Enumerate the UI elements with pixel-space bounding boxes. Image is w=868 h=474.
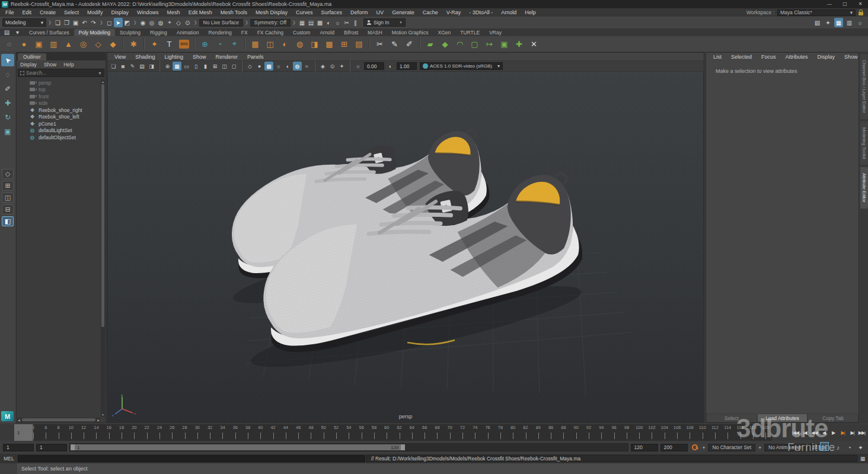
shelf-tab-arnold[interactable]: Arnold — [315, 29, 339, 36]
move-tool[interactable]: ✚ — [1, 97, 14, 109]
shelf-tab-fx-caching[interactable]: FX Caching — [253, 29, 288, 36]
lock-icon[interactable] — [859, 12, 863, 15]
undo-icon[interactable]: ↶ — [80, 18, 89, 27]
time-tick[interactable]: 76 — [481, 424, 494, 441]
save-scene-icon[interactable]: ▣ — [71, 18, 80, 27]
shelf-tab-animation[interactable]: Animation — [172, 29, 204, 36]
viewport-menu-panels[interactable]: Panels — [242, 54, 269, 60]
make-live-icon[interactable]: ⊙ — [183, 18, 192, 27]
time-tick[interactable]: 112 — [709, 424, 721, 441]
menu-curves[interactable]: Curves — [292, 9, 317, 15]
shelf-tab-custom[interactable]: Custom — [288, 29, 315, 36]
shadows-icon[interactable]: ◐ — [283, 62, 292, 71]
lasso-select-tool[interactable]: ◌ — [1, 68, 14, 81]
textured-icon[interactable]: ▩ — [264, 62, 273, 71]
paint-select-tool[interactable]: ✐ — [1, 82, 14, 95]
outliner-item[interactable]: ❖Reebok_shoe_right — [17, 107, 100, 114]
live-surface-field[interactable]: No Live Surface — [199, 19, 243, 27]
reduce-icon[interactable]: ▤ — [352, 37, 366, 51]
shelf-tab-bifrost[interactable]: Bifrost — [339, 29, 363, 36]
ae-menu-focus[interactable]: Focus — [757, 54, 781, 60]
isolate-select-icon[interactable]: ⊙ — [328, 62, 337, 71]
menu--3dtoall-[interactable]: - 3DtoAll - — [465, 9, 497, 15]
time-tick[interactable]: 24 — [153, 424, 165, 441]
time-tick[interactable]: 22 — [141, 424, 153, 441]
shelf-tab-rendering[interactable]: Rendering — [204, 29, 237, 36]
time-tick[interactable]: 66 — [419, 424, 431, 441]
time-tick[interactable]: 64 — [406, 424, 418, 441]
time-tick[interactable]: 108 — [684, 424, 696, 441]
step-back-frame-button[interactable]: |◀ — [800, 428, 809, 437]
time-tick[interactable]: 88 — [557, 424, 570, 441]
chevron-down-icon[interactable]: ▼ — [702, 446, 706, 450]
outliner-item[interactable]: side — [17, 100, 100, 107]
scroll-down-icon[interactable]: ▼ — [101, 413, 105, 417]
time-slider[interactable]: 2468101214161820222426283032343638404244… — [0, 424, 868, 441]
time-tick[interactable]: 96 — [608, 424, 620, 441]
ipr-render-icon[interactable]: ☼ — [333, 18, 342, 27]
sign-in-button[interactable]: Sign In ▾ — [363, 18, 406, 27]
rotate-tool[interactable]: ↻ — [1, 111, 14, 123]
script-editor-icon[interactable]: ▦ — [857, 456, 868, 462]
motion-blur-icon[interactable]: ≈ — [302, 62, 311, 71]
2d-pan-zoom-icon[interactable]: ⊕ — [163, 62, 172, 71]
select-button[interactable]: Select — [707, 414, 757, 422]
select-tool[interactable]: ➤ — [1, 54, 14, 66]
time-tick[interactable]: 42 — [267, 424, 279, 441]
select-hierarchy-icon[interactable]: ◻ — [105, 18, 114, 27]
menu-display[interactable]: Display — [107, 9, 133, 15]
combine-icon[interactable]: ▦ — [248, 37, 263, 51]
shelf-tab-fx[interactable]: FX — [237, 29, 253, 36]
super-shape-icon[interactable]: ✱ — [126, 37, 141, 51]
poly-cone-icon[interactable]: ▲ — [61, 37, 76, 51]
two-pane-side-layout-button[interactable]: ◫ — [2, 193, 14, 203]
time-tick[interactable]: 60 — [381, 424, 393, 441]
append-polygon-icon[interactable]: ↦ — [482, 37, 497, 51]
time-tick[interactable]: 70 — [443, 424, 456, 441]
outliner-horizontal-scrollbar[interactable]: ◀ ▶ — [17, 418, 100, 422]
speaker-icon[interactable]: ♪ — [834, 443, 843, 452]
group-grip[interactable]: ❯ — [46, 20, 53, 25]
time-tick[interactable]: 56 — [355, 424, 368, 441]
time-tick[interactable]: 6 — [40, 424, 52, 441]
time-tick[interactable]: 78 — [494, 424, 506, 441]
step-forward-frame-button[interactable]: ▶| — [848, 428, 857, 437]
multi-cut-icon[interactable]: ✂ — [372, 37, 387, 51]
create-polygon-icon[interactable]: ✐ — [402, 37, 417, 51]
scale-tool[interactable]: ▣ — [1, 125, 14, 137]
group-grip[interactable]: ❯ — [98, 20, 105, 25]
lighting-icon[interactable]: ☼ — [274, 62, 283, 71]
time-tick[interactable]: 28 — [178, 424, 191, 441]
outliner-persp-layout-button[interactable]: ◧ — [2, 216, 14, 226]
shelf-tab-rigging[interactable]: Rigging — [145, 29, 172, 36]
chevron-down-icon[interactable]: ▼ — [98, 71, 102, 75]
current-frame-indicator[interactable]: 1 — [14, 424, 33, 441]
copy-tab-button[interactable]: Copy Tab — [808, 414, 858, 422]
group-grip[interactable]: ❯ — [132, 20, 139, 25]
extrude-icon[interactable]: ▰ — [423, 37, 438, 51]
close-button[interactable]: ✕ — [853, 0, 868, 8]
menu-edit[interactable]: Edit — [18, 9, 36, 15]
time-tick[interactable]: 114 — [722, 424, 734, 441]
search-input[interactable] — [26, 70, 96, 76]
shelf-tab-sculpting[interactable]: Sculpting — [115, 29, 145, 36]
quad-draw-icon[interactable]: ✎ — [387, 37, 402, 51]
ae-menu-show[interactable]: Show — [840, 54, 863, 60]
time-tick[interactable]: 36 — [229, 424, 241, 441]
side-tab-attribute-editor[interactable]: Attribute Editor — [860, 167, 868, 209]
time-tick[interactable]: 98 — [620, 424, 633, 441]
colorspace-dropdown[interactable]: ACES 1.0 SDR-video (sRGB) ▾ — [420, 62, 503, 70]
outliner-menu-display[interactable]: Display — [17, 62, 40, 68]
shelf-tab-vray[interactable]: VRay — [484, 29, 506, 36]
shaded-icon[interactable]: ● — [255, 62, 264, 71]
modeling-toolkit-toggle-icon[interactable]: ▧ — [813, 18, 822, 27]
range-start-handle[interactable] — [71, 444, 75, 450]
reset-transform-icon[interactable]: ◔ — [212, 37, 227, 51]
workspace-dropdown[interactable]: Maya Classic* ▾ — [777, 9, 856, 16]
range-slider-track[interactable]: 1 120 — [69, 443, 628, 451]
tool-settings-icon[interactable]: ☼ — [856, 18, 864, 27]
menu-modify[interactable]: Modify — [83, 9, 107, 15]
time-tick[interactable]: 94 — [595, 424, 608, 441]
mirror-icon[interactable]: ◨ — [307, 37, 322, 51]
menu-surfaces[interactable]: Surfaces — [317, 9, 347, 15]
